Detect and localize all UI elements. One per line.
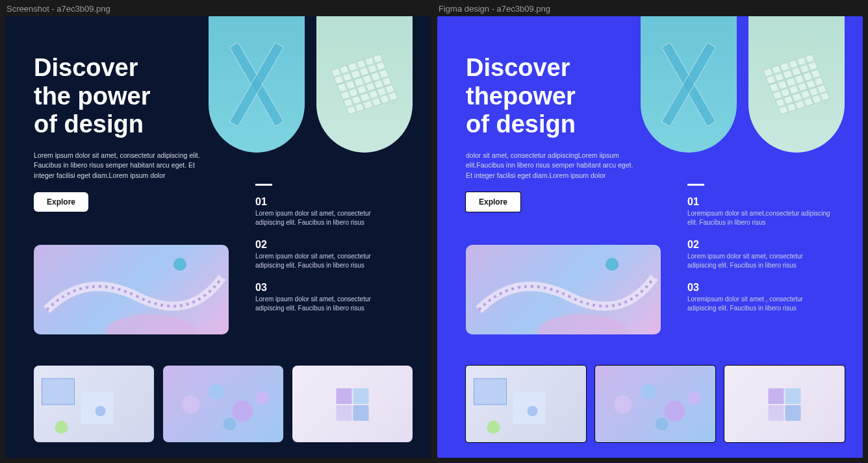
svg-point-23 bbox=[665, 401, 685, 421]
figma-panel-label: Figma design - a7ec3b09.png bbox=[437, 4, 863, 14]
screenshot-panel-wrap: Screenshot - a7ec3b09.png Discover the p… bbox=[5, 4, 431, 458]
item-desc: Lorem ipsum dolor sit amet, consectetur … bbox=[255, 295, 398, 313]
thumbnail-row bbox=[34, 366, 413, 442]
svg-point-5 bbox=[96, 406, 106, 416]
item-desc: Lorem ipsum dolor sit amet, consectetur … bbox=[255, 209, 398, 227]
svg-point-21 bbox=[614, 395, 632, 414]
item-desc: Lorem ipsum dolor sit amet, consectetur … bbox=[687, 252, 830, 270]
svg-rect-27 bbox=[785, 388, 801, 404]
hero-block: Discover thepower of design dolor sit am… bbox=[466, 54, 661, 212]
item-number: 02 bbox=[255, 239, 411, 251]
lab-scene-icon bbox=[466, 366, 586, 442]
divider-rule bbox=[255, 184, 272, 186]
svg-rect-11 bbox=[337, 388, 352, 404]
thumbnail-3[interactable] bbox=[724, 366, 845, 442]
thumbnail-1[interactable] bbox=[34, 366, 154, 442]
svg-rect-14 bbox=[353, 405, 369, 421]
svg-point-10 bbox=[255, 391, 270, 405]
hero-title-line2: thepower bbox=[466, 82, 661, 111]
item-number: 03 bbox=[687, 282, 843, 294]
explore-button[interactable]: Explore bbox=[466, 192, 520, 212]
arch-images bbox=[209, 16, 413, 153]
svg-point-4 bbox=[55, 421, 68, 434]
list-item: 03 Lorem ipsum dolor sit amet, consectet… bbox=[255, 282, 411, 313]
item-number: 01 bbox=[687, 196, 843, 208]
screenshot-panel-label: Screenshot - a7ec3b09.png bbox=[5, 4, 431, 14]
svg-rect-12 bbox=[353, 388, 369, 404]
thumbnail-2[interactable] bbox=[163, 366, 283, 442]
hero-title-line3: of design bbox=[466, 110, 661, 139]
crystal-cluster-icon bbox=[595, 366, 715, 442]
hero-title-line1: Discover bbox=[34, 54, 229, 82]
svg-point-25 bbox=[687, 391, 702, 405]
hero-title-line1: Discover bbox=[466, 54, 661, 82]
thumbnail-3[interactable] bbox=[292, 366, 413, 442]
list-item: 02 Lorem ipsum dolor sit amet, consectet… bbox=[255, 239, 411, 270]
hero-title: Discover the power of design bbox=[34, 54, 229, 139]
hero-title-line2: the power bbox=[34, 82, 229, 111]
list-item: 01 Lorem ipsum dolor sit amet, consectet… bbox=[255, 196, 411, 227]
arch-image-1 bbox=[641, 16, 737, 153]
thumbnail-2[interactable] bbox=[595, 366, 715, 442]
item-desc: Loremipsum dolor sit amet,consectetur ad… bbox=[687, 209, 830, 227]
abstract-x-shape-icon bbox=[227, 49, 286, 120]
svg-point-20 bbox=[528, 406, 538, 416]
crystal-cluster-icon bbox=[163, 366, 283, 442]
svg-point-24 bbox=[656, 418, 669, 431]
svg-point-15 bbox=[537, 314, 628, 334]
item-desc: Lorem ipsum dolor sit amet, consectetur … bbox=[255, 252, 398, 270]
hero-block: Discover the power of design Lorem ipsum… bbox=[34, 54, 229, 212]
hero-title-line3: of design bbox=[34, 110, 229, 139]
svg-rect-13 bbox=[337, 405, 352, 421]
hero-body: dolor sit amet, consectetur adipiscingLo… bbox=[466, 151, 641, 181]
svg-rect-26 bbox=[769, 388, 784, 404]
svg-point-9 bbox=[223, 418, 236, 431]
lab-scene-icon bbox=[34, 366, 154, 442]
svg-rect-28 bbox=[769, 405, 784, 421]
svg-point-8 bbox=[233, 401, 253, 421]
abstract-tube-icon bbox=[466, 245, 661, 334]
svg-rect-2 bbox=[42, 379, 75, 405]
svg-point-22 bbox=[641, 384, 657, 399]
numbered-list: 01 Lorem ipsum dolor sit amet, consectet… bbox=[255, 184, 411, 325]
hero-body: Lorem ipsum dolor sit amet, consectetur … bbox=[34, 151, 209, 181]
list-item: 01 Loremipsum dolor sit amet,consectetur… bbox=[687, 196, 843, 227]
item-desc: Loremipsum dolor sit amet , consectetur … bbox=[687, 295, 830, 313]
feature-image bbox=[466, 245, 661, 334]
svg-point-16 bbox=[606, 258, 619, 271]
arch-image-2 bbox=[316, 16, 413, 153]
svg-point-6 bbox=[182, 395, 200, 414]
screenshot-panel: Discover the power of design Lorem ipsum… bbox=[5, 16, 431, 458]
arch-image-1 bbox=[209, 16, 305, 153]
figma-panel: Discover thepower of design dolor sit am… bbox=[437, 16, 863, 458]
thumbnail-row bbox=[466, 366, 845, 442]
arch-image-2 bbox=[748, 16, 845, 153]
svg-rect-29 bbox=[785, 405, 801, 421]
svg-point-0 bbox=[105, 314, 196, 334]
svg-point-7 bbox=[209, 384, 225, 399]
svg-rect-17 bbox=[474, 379, 507, 405]
numbered-list: 01 Loremipsum dolor sit amet,consectetur… bbox=[687, 184, 843, 325]
item-number: 03 bbox=[255, 282, 411, 294]
svg-point-1 bbox=[173, 258, 186, 271]
explore-button[interactable]: Explore bbox=[34, 192, 88, 212]
hero-title: Discover thepower of design bbox=[466, 54, 661, 139]
arch-images bbox=[641, 16, 845, 153]
abstract-tube-icon bbox=[34, 245, 229, 334]
workspace: Screenshot - a7ec3b09.png Discover the p… bbox=[0, 0, 868, 463]
abstract-x-shape-icon bbox=[659, 49, 718, 120]
rubik-cube-icon bbox=[724, 366, 845, 442]
item-number: 01 bbox=[255, 196, 411, 208]
list-item: 03 Loremipsum dolor sit amet , consectet… bbox=[687, 282, 843, 313]
figma-panel-wrap: Figma design - a7ec3b09.png Discover the… bbox=[437, 4, 863, 458]
voxel-cube-icon bbox=[763, 54, 830, 115]
thumbnail-1[interactable] bbox=[466, 366, 586, 442]
item-number: 02 bbox=[687, 239, 843, 251]
list-item: 02 Lorem ipsum dolor sit amet, consectet… bbox=[687, 239, 843, 270]
svg-point-19 bbox=[487, 421, 500, 434]
voxel-cube-icon bbox=[331, 54, 398, 115]
divider-rule bbox=[687, 184, 704, 186]
feature-image bbox=[34, 245, 229, 334]
rubik-cube-icon bbox=[292, 366, 413, 442]
